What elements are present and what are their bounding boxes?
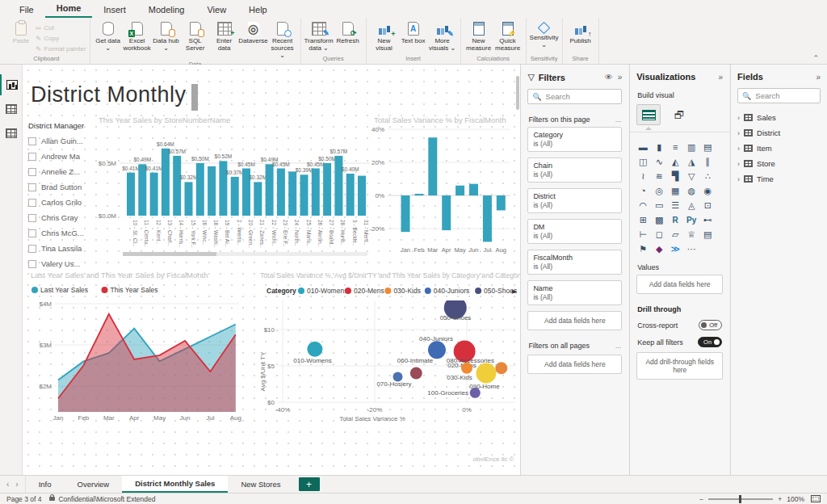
recent-sources-button[interactable]: Recent sources ⌄ xyxy=(268,19,297,60)
dataverse-button[interactable]: ◎Dataverse xyxy=(239,19,268,44)
svg-text:▶[interactable]: ▶ xyxy=(512,288,517,294)
sql-server-button[interactable]: SQL Server xyxy=(181,19,210,52)
key-influencers-icon[interactable]: ⊷ xyxy=(700,214,715,227)
filled-map-icon[interactable]: ◉ xyxy=(700,185,715,198)
field-table-district[interactable]: ›District xyxy=(731,125,827,141)
hundred-stacked-column-chart-icon[interactable]: ◫ xyxy=(636,156,650,169)
collapse-pane-icon[interactable]: » xyxy=(618,73,623,82)
publish-button[interactable]: ↑Publish xyxy=(566,19,595,44)
kpi-icon[interactable]: ◬ xyxy=(684,200,699,212)
get-data-button[interactable]: Get data ⌄ xyxy=(94,19,123,52)
page-filters-add-field[interactable]: Add data fields here xyxy=(527,311,622,330)
quick-measure-button[interactable]: ⚡Quick measure xyxy=(493,19,523,52)
section-more-icon[interactable]: ... xyxy=(615,342,622,350)
model-view-icon[interactable] xyxy=(0,123,23,144)
bar[interactable] xyxy=(266,164,274,216)
filter-card-dm[interactable]: DMis (All) xyxy=(527,219,622,244)
expand-icon[interactable]: › xyxy=(737,129,740,137)
canvas-scrollbar[interactable] xyxy=(516,76,519,110)
bubble-100-groceries[interactable] xyxy=(470,388,481,398)
line-clustered-column-chart-icon[interactable]: ≀ xyxy=(636,170,650,183)
zoom-slider[interactable]: − + xyxy=(699,495,782,503)
column[interactable] xyxy=(428,137,437,195)
column[interactable] xyxy=(497,195,506,210)
expand-icon[interactable]: › xyxy=(737,175,740,183)
more-visuals-button[interactable]: ✎More visuals ⌄ xyxy=(428,19,457,52)
treemap-icon[interactable]: ▦ xyxy=(668,185,682,198)
bar[interactable] xyxy=(358,176,366,216)
bar[interactable] xyxy=(312,169,320,216)
collapse-ribbon-icon[interactable]: ⌃ xyxy=(812,54,819,62)
scatter-chart-icon[interactable]: ∴ xyxy=(700,170,715,183)
decomposition-tree-icon[interactable]: ⊢ xyxy=(636,229,650,242)
ribbon-tab-insert[interactable]: Insert xyxy=(92,2,137,18)
bar[interactable] xyxy=(138,164,146,216)
arcgis-map-icon[interactable]: ⚑ xyxy=(636,243,650,256)
qa-icon[interactable]: ◻ xyxy=(652,229,666,242)
transform-data-button[interactable]: ✎Transform data ⌄ xyxy=(304,19,334,52)
new-measure-button[interactable]: New measure xyxy=(464,19,493,52)
python-icon[interactable]: Py xyxy=(684,214,699,227)
bubble-080-accessories[interactable] xyxy=(495,362,507,374)
bar[interactable] xyxy=(334,156,342,216)
filter-card-chain[interactable]: Chainis (All) xyxy=(527,158,622,183)
donut-chart-icon[interactable]: ◎ xyxy=(652,185,666,198)
bubble-090-home[interactable] xyxy=(476,363,496,384)
filter-card-district[interactable]: Districtis (All) xyxy=(527,188,622,213)
field-table-time[interactable]: ›Time xyxy=(731,171,827,187)
ribbon-tab-view[interactable]: View xyxy=(195,2,237,18)
expand-icon[interactable]: › xyxy=(737,114,740,122)
ribbon-tab-file[interactable]: File xyxy=(8,2,45,18)
ribbon-chart-icon[interactable]: ≋ xyxy=(652,170,666,183)
bar[interactable] xyxy=(346,174,355,216)
bar-chart-scroll-thumb[interactable] xyxy=(123,252,216,256)
stacked-area-chart-icon[interactable]: ◮ xyxy=(684,156,699,169)
hundred-stacked-bar-chart-icon[interactable]: ▤ xyxy=(700,141,715,154)
copy-button[interactable]: ✎Copy xyxy=(36,35,86,43)
slicer-icon[interactable]: ⊡ xyxy=(700,200,715,212)
page-tab-info[interactable]: Info xyxy=(26,476,65,493)
metrics-icon[interactable]: ♕ xyxy=(684,229,699,242)
bar[interactable] xyxy=(288,171,296,216)
area-chart-icon[interactable]: ◭ xyxy=(668,156,682,169)
cut-button[interactable]: ✂Cut xyxy=(36,24,86,32)
filter-card-fiscalmonth[interactable]: FiscalMonthis (All) xyxy=(527,250,622,275)
bar[interactable] xyxy=(127,173,135,216)
ribbon-tab-modeling[interactable]: Modeling xyxy=(137,2,196,18)
visibility-icon[interactable]: 👁 xyxy=(605,73,613,82)
filter-card-category[interactable]: Categoryis (All) xyxy=(527,127,622,152)
page-tab-overview[interactable]: Overview xyxy=(65,476,123,493)
enter-data-button[interactable]: +Enter data xyxy=(210,19,239,52)
next-page-icon[interactable]: › xyxy=(15,480,18,489)
collapse-pane-icon[interactable]: » xyxy=(719,73,724,82)
excel-workbook-button[interactable]: XExcel workbook xyxy=(123,19,152,52)
funnel-chart-icon[interactable]: ▽ xyxy=(684,170,699,183)
build-visual-tab[interactable] xyxy=(636,104,661,125)
map-icon[interactable]: ◍ xyxy=(684,185,699,198)
bar[interactable] xyxy=(231,177,239,216)
bar[interactable] xyxy=(162,149,170,216)
clustered-bar-chart-icon[interactable]: ≡ xyxy=(668,141,682,154)
values-add-field[interactable]: Add data fields here xyxy=(636,275,723,294)
matrix-icon[interactable]: ▩ xyxy=(652,214,666,227)
format-visual-tab[interactable]: 🗗 xyxy=(667,104,691,125)
zoom-in-icon[interactable]: + xyxy=(778,495,782,503)
filters-search-input[interactable]: 🔍 Search xyxy=(527,89,622,104)
fit-to-page-icon[interactable] xyxy=(811,495,821,502)
column[interactable] xyxy=(469,184,478,195)
stacked-bar-chart-icon[interactable]: ▬ xyxy=(636,141,650,154)
bar[interactable] xyxy=(185,182,193,216)
all-filters-add-field[interactable]: Add data fields here xyxy=(527,355,622,374)
column[interactable] xyxy=(483,195,492,242)
bar[interactable] xyxy=(208,166,216,216)
line-stacked-column-chart-icon[interactable]: ∥ xyxy=(700,156,715,169)
collapse-pane-icon[interactable]: » xyxy=(816,73,821,82)
section-more-icon[interactable]: ... xyxy=(615,116,622,124)
new-visual-button[interactable]: +New visual xyxy=(370,19,399,52)
report-view-icon[interactable] xyxy=(0,74,23,95)
field-table-store[interactable]: ›Store xyxy=(731,156,827,171)
page-tab-new-stores[interactable]: New Stores xyxy=(228,476,293,493)
bar[interactable] xyxy=(277,169,285,216)
bar[interactable] xyxy=(300,174,309,216)
sensitivity-button[interactable]: Sensitivity ⌄ xyxy=(530,19,559,48)
